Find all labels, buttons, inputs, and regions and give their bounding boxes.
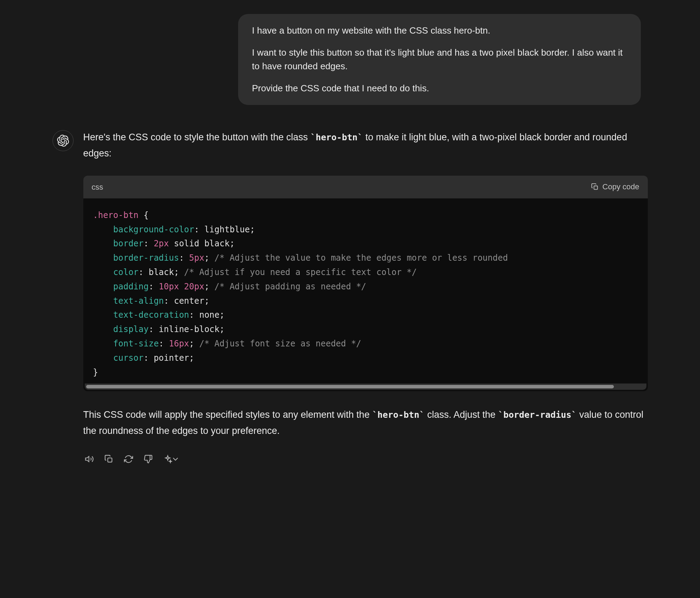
copy-message-button[interactable] — [103, 453, 115, 465]
code-content[interactable]: .hero-btn { background-color: lightblue;… — [83, 198, 648, 382]
assistant-message: Here's the CSS code to style the button … — [53, 129, 648, 465]
code-language-label: css — [92, 181, 103, 193]
refresh-icon — [124, 455, 133, 464]
thumbs-down-icon — [144, 455, 153, 464]
assistant-intro-text: Here's the CSS code to style the button … — [83, 129, 648, 162]
copy-icon — [104, 455, 113, 464]
dislike-button[interactable] — [142, 453, 154, 465]
openai-logo-icon — [57, 135, 69, 147]
speaker-icon — [85, 455, 94, 464]
horizontal-scrollbar[interactable] — [85, 384, 646, 390]
inline-code: `hero-btn` — [372, 410, 424, 420]
user-text-line: I want to style this button so that it's… — [252, 46, 627, 73]
copy-icon — [591, 183, 599, 191]
copy-code-button[interactable]: Copy code — [591, 182, 639, 191]
assistant-outro-text: This CSS code will apply the specified s… — [83, 407, 648, 439]
svg-rect-1 — [108, 458, 112, 462]
assistant-avatar — [53, 130, 74, 151]
scrollbar-thumb[interactable] — [86, 385, 614, 388]
inline-code: `hero-btn` — [311, 132, 363, 142]
svg-rect-0 — [594, 186, 598, 190]
change-model-button[interactable] — [162, 453, 181, 465]
assistant-content: Here's the CSS code to style the button … — [83, 129, 648, 465]
inline-code: `border-radius` — [498, 410, 577, 420]
code-header: css Copy code — [83, 176, 648, 198]
user-text-line: I have a button on my website with the C… — [252, 24, 627, 37]
user-message: I have a button on my website with the C… — [238, 14, 641, 105]
regenerate-button[interactable] — [123, 453, 134, 465]
conversation: I have a button on my website with the C… — [53, 14, 648, 465]
code-block: css Copy code .hero-btn { background-col… — [83, 176, 648, 392]
read-aloud-button[interactable] — [83, 453, 95, 465]
chevron-down-icon — [171, 455, 180, 464]
message-actions — [83, 453, 648, 465]
user-text-line: Provide the CSS code that I need to do t… — [252, 82, 627, 95]
